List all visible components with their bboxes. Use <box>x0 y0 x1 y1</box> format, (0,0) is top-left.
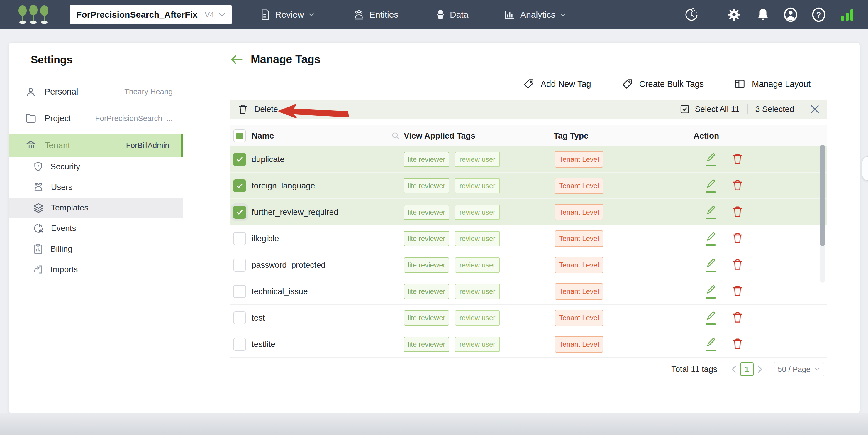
create-bulk-tags-button[interactable]: Create Bulk Tags <box>622 78 704 89</box>
tag-type-chip: Tenant Level <box>555 310 603 326</box>
back-arrow-icon[interactable] <box>230 54 243 65</box>
delete-button[interactable]: Delete <box>238 104 278 114</box>
drawer-handle[interactable] <box>862 156 868 180</box>
divider <box>9 133 183 133</box>
close-icon[interactable] <box>810 104 820 114</box>
delete-row-button[interactable] <box>732 338 743 350</box>
edit-button[interactable] <box>704 231 717 246</box>
project-name: ForPrecisionSearch_AfterFix <box>76 10 205 20</box>
table-row[interactable]: testlite lite reviewer review user Tenan… <box>230 331 827 357</box>
sidebar-item-events[interactable]: Events <box>9 218 183 239</box>
app-window: ForPrecisionSearch_AfterFix V4 Review <box>0 0 868 435</box>
user-icon[interactable] <box>783 7 798 22</box>
nav-entities[interactable]: Entities <box>353 0 398 29</box>
applied-tag-chip[interactable]: review user <box>455 310 500 325</box>
nav-analytics[interactable]: Analytics <box>504 0 566 29</box>
sidebar-item-value: ForPrecisionSearch_... <box>95 114 173 123</box>
applied-tag-chip[interactable]: lite reviewer <box>404 231 449 246</box>
select-all-control[interactable]: Select All 11 <box>680 104 740 114</box>
row-checkbox[interactable] <box>233 338 246 351</box>
table-row[interactable]: further_review_required lite reviewer re… <box>230 199 827 226</box>
edit-button[interactable] <box>704 152 717 167</box>
column-header-view-applied-tags: View Applied Tags <box>404 125 475 146</box>
bell-icon[interactable] <box>756 8 770 22</box>
manage-layout-button[interactable]: Manage Layout <box>734 78 810 89</box>
gear-icon[interactable] <box>727 8 741 22</box>
bar-chart-icon <box>504 9 516 20</box>
history-icon[interactable] <box>684 8 699 22</box>
applied-tag-chip[interactable]: lite reviewer <box>404 257 449 273</box>
app-logo-icon[interactable] <box>17 4 53 26</box>
help-icon[interactable]: ? <box>812 7 826 22</box>
applied-tag-chip[interactable]: lite reviewer <box>404 284 449 299</box>
sidebar-item-personal[interactable]: Personal Theary Heang <box>9 79 183 104</box>
edit-button[interactable] <box>704 311 717 325</box>
row-checkbox[interactable] <box>233 232 246 245</box>
header-checkbox-indeterminate[interactable] <box>233 129 246 142</box>
applied-tag-chip[interactable]: lite reviewer <box>404 205 449 220</box>
edit-button[interactable] <box>704 284 717 298</box>
edit-button[interactable] <box>704 337 717 351</box>
sidebar-item-billing[interactable]: Billing <box>9 239 183 259</box>
sidebar-item-imports[interactable]: Imports <box>9 259 183 280</box>
sidebar-item-users[interactable]: Users <box>9 177 183 198</box>
applied-tag-chip[interactable]: review user <box>455 337 500 352</box>
delete-row-button[interactable] <box>732 179 743 192</box>
delete-row-button[interactable] <box>732 258 743 271</box>
sidebar-item-templates[interactable]: Templates <box>9 198 183 218</box>
add-new-tag-button[interactable]: Add New Tag <box>523 78 591 89</box>
delete-row-button[interactable] <box>732 153 743 165</box>
applied-tag-chip[interactable]: review user <box>455 152 500 167</box>
row-checkbox[interactable] <box>233 179 246 192</box>
applied-tag-chip[interactable]: review user <box>455 178 500 194</box>
applied-tag-chip[interactable]: review user <box>455 257 500 273</box>
delete-row-button[interactable] <box>732 232 743 244</box>
row-checkbox-focused[interactable] <box>233 206 246 219</box>
project-selector[interactable]: ForPrecisionSearch_AfterFix V4 <box>70 5 232 24</box>
column-header-name[interactable]: Name <box>252 125 274 146</box>
applied-tag-chip[interactable]: lite reviewer <box>404 152 449 167</box>
scrollbar-track[interactable] <box>820 145 825 283</box>
sidebar-item-security[interactable]: Security <box>9 156 183 177</box>
applied-tag-chip[interactable]: review user <box>455 284 500 299</box>
sidebar-item-tenant[interactable]: Tenant ForBillAdmin <box>9 134 183 157</box>
prev-page-button[interactable] <box>731 365 737 373</box>
applied-tag-chip[interactable]: lite reviewer <box>404 337 449 352</box>
applied-tag-chip[interactable]: lite reviewer <box>404 178 449 194</box>
applied-tag-chip[interactable]: review user <box>455 231 500 246</box>
page-number[interactable]: 1 <box>740 362 754 376</box>
applied-tag-chip[interactable]: lite reviewer <box>404 310 449 325</box>
signal-bars-icon[interactable] <box>840 8 855 21</box>
delete-row-button[interactable] <box>732 285 743 297</box>
edit-button[interactable] <box>704 205 717 219</box>
row-checkbox[interactable] <box>233 285 246 298</box>
sidebar-item-label: Project <box>44 114 71 123</box>
delete-row-button[interactable] <box>732 311 743 323</box>
table-row[interactable]: duplicate lite reviewer review user Tena… <box>230 146 827 173</box>
edit-underline <box>706 323 716 325</box>
delete-row-button[interactable] <box>732 205 743 218</box>
edit-button[interactable] <box>704 258 717 272</box>
table-row[interactable]: technical_issue lite reviewer review use… <box>230 278 827 305</box>
search-icon[interactable] <box>391 132 400 140</box>
row-checkbox[interactable] <box>233 259 246 271</box>
next-page-button[interactable] <box>756 365 763 373</box>
table-row[interactable]: test lite reviewer review user Tenant Le… <box>230 305 827 331</box>
applied-tag-chip[interactable]: review user <box>455 205 500 220</box>
nav-review[interactable]: Review <box>260 0 314 29</box>
column-header-action: Action <box>693 125 719 146</box>
row-checkbox[interactable] <box>233 312 246 324</box>
row-checkbox[interactable] <box>233 153 246 166</box>
topbar-divider <box>712 8 712 22</box>
divider <box>802 104 802 114</box>
page-size-select[interactable]: 50 / Page <box>774 362 824 376</box>
sidebar-item-project[interactable]: Project ForPrecisionSearch_... <box>9 105 183 132</box>
table-row[interactable]: illegible lite reviewer review user Tena… <box>230 226 827 252</box>
table-row[interactable]: foreign_language lite reviewer review us… <box>230 173 827 199</box>
edit-button[interactable] <box>704 178 717 193</box>
nav-data[interactable]: Data <box>436 0 468 29</box>
tag-name: illegible <box>252 226 279 252</box>
table-row[interactable]: password_protected lite reviewer review … <box>230 252 827 278</box>
scrollbar-thumb[interactable] <box>820 145 825 246</box>
column-divider <box>691 130 691 142</box>
